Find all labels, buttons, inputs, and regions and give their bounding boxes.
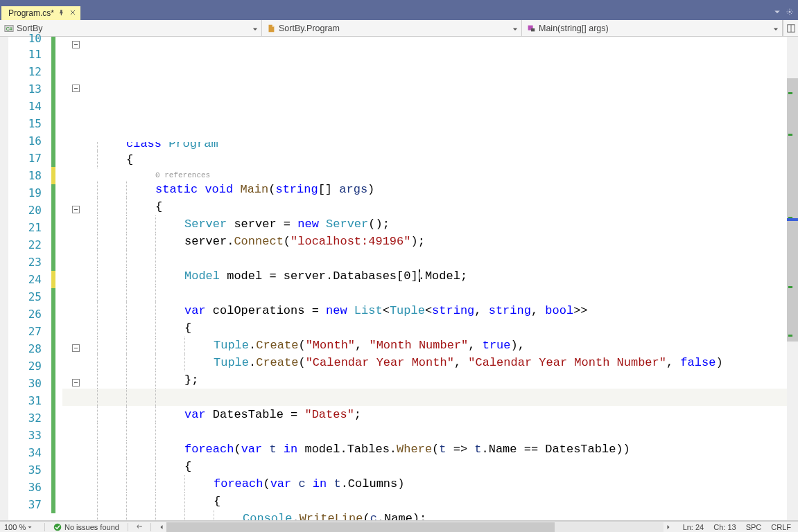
outline-collapse-icon[interactable]: [72, 344, 80, 352]
code-line[interactable]: [62, 285, 787, 302]
svg-point-0: [789, 11, 791, 13]
issues-indicator[interactable]: No issues found: [48, 523, 125, 531]
close-icon[interactable]: [69, 8, 76, 18]
code-line[interactable]: {: [62, 198, 787, 215]
class-icon: [266, 24, 276, 33]
code-line[interactable]: Tuple.Create("Calendar Year Month", "Cal…: [62, 354, 787, 371]
change-tracking-bar: [51, 37, 55, 513]
code-line[interactable]: Model model = server.Databases[0].Model;: [62, 267, 787, 285]
outline-collapse-icon[interactable]: [72, 41, 80, 48]
code-line[interactable]: Server server = new Server();: [62, 215, 787, 233]
insert-mode: SPC: [746, 523, 762, 531]
chevron-down-icon: [252, 25, 259, 32]
code-line[interactable]: Tuple.Create("Month", "Month Number", tr…: [62, 337, 787, 354]
member-scope-dropdown[interactable]: Main(string[] args): [522, 20, 783, 36]
line-number: 17: [8, 150, 51, 167]
editor-gutter: 1011121314151617181920212223242526272829…: [0, 37, 62, 520]
method-private-icon: [526, 24, 536, 33]
window-options-icon[interactable]: [786, 8, 794, 18]
code-line[interactable]: [62, 250, 787, 267]
line-number: 27: [8, 323, 51, 340]
code-editor[interactable]: 1011121314151617181920212223242526272829…: [0, 37, 798, 521]
code-line[interactable]: {: [62, 319, 787, 337]
chevron-down-icon: [772, 25, 779, 32]
code-navigation-bar: C# SortBy SortBy.Program Main(string[] a…: [0, 20, 798, 37]
codelens-annotation[interactable]: 0 references: [62, 168, 787, 181]
error-nav-prev[interactable]: [131, 523, 148, 531]
line-number: 16: [8, 132, 51, 150]
line-number: 36: [8, 479, 51, 496]
svg-text:C#: C#: [6, 26, 12, 30]
document-tab-strip: Program.cs*: [0, 5, 798, 20]
line-number: 13: [8, 80, 51, 98]
tab-overflow-chevron-icon[interactable]: [773, 8, 781, 18]
code-line[interactable]: foreach(var c in t.Columns): [62, 475, 787, 493]
line-number: 30: [8, 375, 51, 392]
code-line[interactable]: var DatesTable = "Dates";: [62, 406, 787, 423]
scroll-right-arrow[interactable]: [663, 522, 673, 532]
line-number: 31: [8, 392, 51, 409]
line-number: 23: [8, 254, 51, 271]
document-tab[interactable]: Program.cs*: [1, 6, 80, 20]
class-scope-dropdown[interactable]: SortBy.Program: [262, 20, 522, 36]
line-number: 22: [8, 236, 51, 254]
member-scope-label: Main(string[] args): [539, 24, 772, 33]
line-number: 33: [8, 427, 51, 444]
left-margin: [0, 37, 8, 520]
line-number: 34: [8, 444, 51, 461]
zoom-label: 100 %: [4, 523, 26, 531]
scrollbar-track[interactable]: [166, 522, 663, 532]
vertical-scrollbar[interactable]: [787, 37, 798, 520]
zoom-level-dropdown[interactable]: 100 %: [0, 523, 42, 531]
line-endings: CRLF: [771, 523, 791, 531]
issues-text: No issues found: [64, 523, 119, 531]
line-number: 28: [8, 340, 51, 357]
code-line[interactable]: Console.WriteLine(c.Name);: [62, 510, 787, 520]
line-number: 37: [8, 496, 51, 513]
scroll-left-arrow[interactable]: [157, 522, 166, 532]
window-titlebar-stub: [0, 0, 798, 5]
svg-rect-4: [531, 28, 535, 31]
cursor-line: Ln: 24: [683, 523, 704, 531]
tab-title: Program.cs*: [8, 8, 54, 18]
code-line[interactable]: server.Connect("localhost:49196");: [62, 233, 787, 250]
code-line[interactable]: {: [62, 458, 787, 475]
chevron-down-icon: [27, 524, 33, 530]
line-number: 20: [8, 202, 51, 219]
svg-point-7: [54, 523, 62, 531]
code-line[interactable]: };: [62, 371, 787, 389]
line-number: 29: [8, 357, 51, 375]
line-number: 25: [8, 288, 51, 305]
horizontal-scrollbar[interactable]: [154, 522, 676, 532]
editor-status-bar: 100 % No issues found Ln: 24 Ch: 13 SPC …: [0, 521, 798, 532]
line-number: 26: [8, 305, 51, 323]
code-line[interactable]: {: [62, 151, 787, 168]
line-number: 24: [8, 271, 51, 288]
code-line[interactable]: {: [62, 493, 787, 510]
scrollbar-thumb[interactable]: [166, 522, 555, 532]
text-caret: [419, 269, 420, 282]
line-number: 14: [8, 98, 51, 115]
line-number: 21: [8, 219, 51, 236]
outline-collapse-icon[interactable]: [72, 379, 80, 387]
code-line[interactable]: [62, 389, 787, 406]
ok-check-icon: [53, 523, 62, 531]
code-line[interactable]: foreach(var t in model.Tables.Where(t =>…: [62, 441, 787, 458]
line-number: 12: [8, 63, 51, 80]
line-number: 15: [8, 115, 51, 132]
code-line[interactable]: class Program: [62, 142, 787, 151]
svg-rect-8: [139, 526, 142, 526]
code-line[interactable]: [62, 423, 787, 441]
line-number: 11: [8, 46, 51, 63]
outline-collapse-icon[interactable]: [72, 85, 80, 92]
split-editor-button[interactable]: [783, 20, 798, 36]
code-line[interactable]: var colOperations = new List<Tuple<strin…: [62, 302, 787, 319]
scrollbar-thumb[interactable]: [787, 78, 798, 342]
csharp-project-icon: C#: [4, 24, 14, 33]
line-number: 35: [8, 461, 51, 479]
pin-icon[interactable]: [58, 8, 65, 18]
outline-collapse-icon[interactable]: [72, 206, 80, 213]
code-text-area[interactable]: class Program{0 referencesstatic void Ma…: [62, 37, 787, 520]
code-line[interactable]: static void Main(string[] args): [62, 181, 787, 198]
line-number: 32: [8, 409, 51, 427]
